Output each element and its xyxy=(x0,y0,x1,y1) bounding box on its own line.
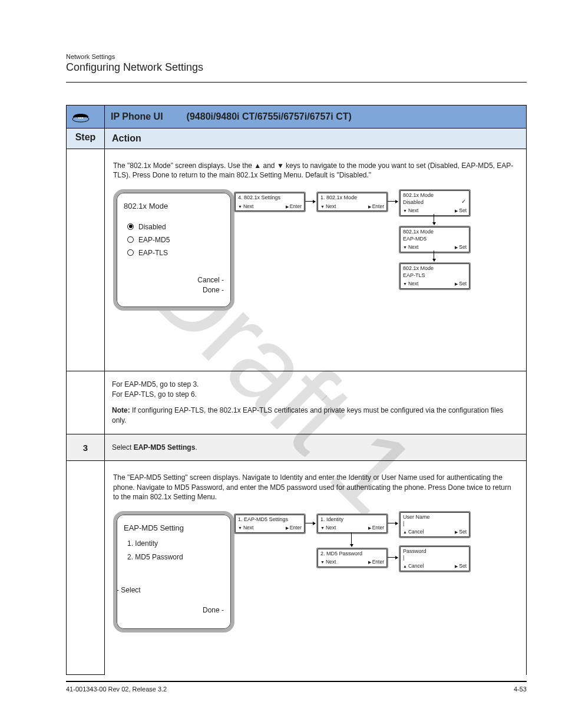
softkey-next: Next xyxy=(320,525,336,531)
softkey-enter: Enter xyxy=(286,525,302,531)
flow-mode-disabled: 802.1x Mode Disabled ✓ NextSet xyxy=(399,189,471,216)
menu-item-identity: 1. Identity xyxy=(124,539,224,548)
cursor-icon: | xyxy=(403,555,467,561)
phone-screen-802-mode: 802.1x Mode Disabled EAP-MD5 EAP-TLS Can… xyxy=(113,189,234,311)
arrow-icon xyxy=(388,201,398,202)
col-step: Step xyxy=(67,129,105,149)
softkey-cancel: Cancel xyxy=(403,563,424,569)
radio-disabled: Disabled xyxy=(124,222,224,232)
arrow-icon xyxy=(434,251,434,261)
softkey-set: Set xyxy=(455,563,467,569)
page: Draft 1 Network Settings Configuring Net… xyxy=(0,0,562,728)
footer-rule xyxy=(66,681,527,682)
table-columns-row: Step Action xyxy=(67,129,527,149)
softkey-cancel: Cancel xyxy=(403,529,424,535)
header-rule xyxy=(66,82,527,83)
softkey-enter: Enter xyxy=(368,559,384,565)
softkey-enter: Enter xyxy=(368,525,384,531)
flow-eap-md5-settings: 1. EAP-MD5 Settings NextEnter xyxy=(234,513,306,534)
step-text: Select EAP-MD5 Settings. xyxy=(112,443,197,452)
flow-subtitle: Disabled xyxy=(403,199,467,206)
radio-eap-md5: EAP-MD5 xyxy=(124,235,224,245)
arrow-icon xyxy=(388,523,398,523)
branch-text: For EAP-MD5, go to step 3. For EAP-TLS, … xyxy=(112,380,519,400)
table-row: 3 Select EAP-MD5 Settings. xyxy=(67,434,527,461)
cursor-icon: | xyxy=(403,521,467,527)
cancel-label: Cancel - xyxy=(124,275,224,285)
table-title: IP Phone UI (9480i/9480i CT/6755i/6757i/… xyxy=(105,106,527,129)
svg-point-2 xyxy=(80,117,81,118)
screen-footer: Cancel - Done - xyxy=(124,275,224,294)
flow-mode-md5: 802.1x Mode EAP-MD5 NextSet xyxy=(399,226,471,253)
screen-title: 802.1x Mode xyxy=(124,201,224,212)
screen-title: EAP-MD5 Setting xyxy=(124,523,224,533)
radio-label: Disabled xyxy=(138,223,166,231)
action-cell: The "802.1x Mode" screen displays. Use t… xyxy=(105,149,527,371)
page-header: Network Settings Configuring Network Set… xyxy=(66,53,527,83)
action-cell: For EAP-MD5, go to step 3. For EAP-TLS, … xyxy=(105,371,527,434)
radio-eap-tls: EAP-TLS xyxy=(124,248,224,258)
softkey-next: Next xyxy=(238,525,253,531)
flow-802-mode: 1. 802.1x Mode NextEnter xyxy=(316,192,388,212)
breadcrumb: Network Settings xyxy=(66,53,527,60)
menu-item-md5-password: 2. MD5 Password xyxy=(124,552,224,562)
note-body: If configuring EAP-TLS, the 802.1x EAP-T… xyxy=(112,406,503,424)
softkey-enter: Enter xyxy=(286,203,302,210)
diagram-802-mode: 802.1x Mode Disabled EAP-MD5 EAP-TLS Can… xyxy=(113,189,518,360)
flow-md5-password: 2. MD5 Password NextEnter xyxy=(316,548,388,568)
footer-left: 41-001343-00 Rev 02, Release 3.2 xyxy=(66,686,167,693)
flow-mode-tls: 802.1x Mode EAP-TLS NextSet xyxy=(399,262,471,289)
arrow-icon xyxy=(305,201,315,202)
flow-title: 802.1x Mode xyxy=(403,192,467,199)
softkey-set: Set xyxy=(455,207,467,214)
arrow-icon xyxy=(388,557,398,558)
step-number: 3 xyxy=(67,434,105,461)
table-row: For EAP-MD5, go to step 3. For EAP-TLS, … xyxy=(67,371,527,434)
flow-subtitle: EAP-TLS xyxy=(403,272,467,279)
flow-title: 802.1x Mode xyxy=(403,265,467,272)
softkey-set: Set xyxy=(455,244,467,251)
flow-username: User Name | CancelSet xyxy=(399,511,471,538)
arrow-icon xyxy=(305,523,315,523)
svg-point-3 xyxy=(82,117,83,118)
softkey-next: Next xyxy=(403,207,418,214)
page-footer: 41-001343-00 Rev 02, Release 3.2 4-53 xyxy=(66,681,527,693)
radio-label: EAP-MD5 xyxy=(138,236,170,244)
flow-subtitle: EAP-MD5 xyxy=(403,236,467,242)
softkey-next: Next xyxy=(238,203,253,210)
check-icon: ✓ xyxy=(461,198,466,206)
col-action: Action xyxy=(105,129,527,149)
flow-802-settings: 4. 802.1x Settings NextEnter xyxy=(234,192,306,212)
instruction-text: The "802.1x Mode" screen displays. Use t… xyxy=(113,161,518,180)
note-label: Note: xyxy=(112,406,132,414)
flow-title: Password xyxy=(403,548,467,555)
softkey-next: Next xyxy=(403,281,418,287)
phone-icon-cell xyxy=(67,106,105,129)
flow-title: 802.1x Mode xyxy=(403,229,467,235)
softkey-set: Set xyxy=(455,281,467,287)
softkey-next: Next xyxy=(403,244,418,251)
done-label: Done - xyxy=(124,285,224,295)
table-row: The "802.1x Mode" screen displays. Use t… xyxy=(67,149,527,371)
instruction-text: The "EAP-MD5 Setting" screen displays. N… xyxy=(113,473,518,502)
softkey-next: Next xyxy=(320,203,336,210)
svg-point-1 xyxy=(78,117,80,118)
flow-title: 1. EAP-MD5 Settings xyxy=(238,516,302,523)
diagram-eap-md5: EAP-MD5 Setting 1. Identity 2. MD5 Passw… xyxy=(113,511,518,664)
softkey-set: Set xyxy=(455,529,467,535)
table-row: The "EAP-MD5 Setting" screen displays. N… xyxy=(67,461,527,675)
phone-icon xyxy=(71,109,100,123)
page-title: Configuring Network Settings xyxy=(66,61,527,74)
softkey-enter: Enter xyxy=(368,203,384,210)
table-title-row: IP Phone UI (9480i/9480i CT/6755i/6757i/… xyxy=(67,106,527,129)
note-line: Note: If configuring EAP-TLS, the 802.1x… xyxy=(112,406,519,426)
flow-title: 1. 802.1x Mode xyxy=(320,195,384,201)
select-label: - Select xyxy=(117,585,224,595)
footer-right: 4-53 xyxy=(514,686,527,693)
step-cell xyxy=(67,149,105,371)
procedure-table: IP Phone UI (9480i/9480i CT/6755i/6757i/… xyxy=(66,105,527,675)
step-cell xyxy=(67,461,105,675)
radio-label: EAP-TLS xyxy=(138,249,168,257)
flow-password: Password | CancelSet xyxy=(399,545,471,572)
step-cell xyxy=(67,371,105,434)
